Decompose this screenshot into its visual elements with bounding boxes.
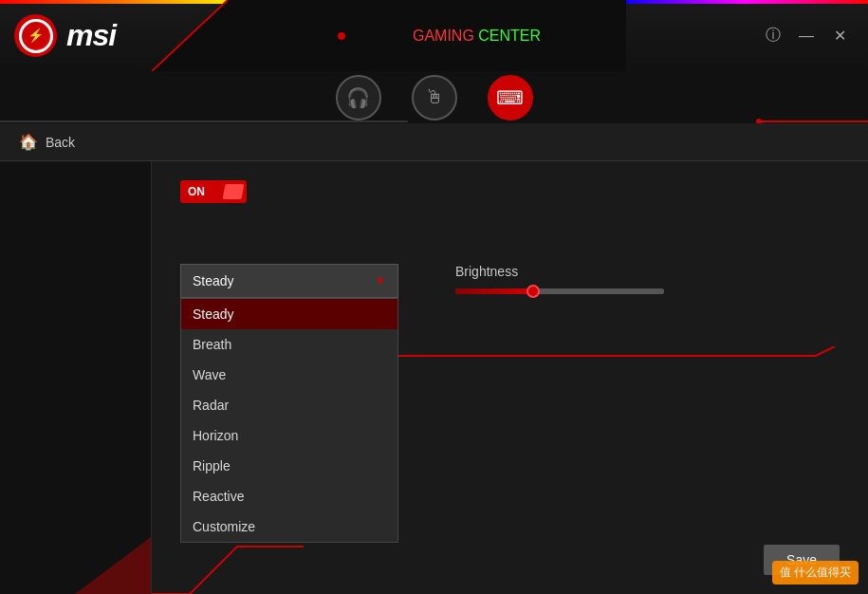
title-center: CENTER — [478, 28, 541, 44]
home-icon: 🏠 — [19, 133, 38, 151]
toggle-container: ON — [180, 180, 840, 207]
mouse-icon: 🖱 — [425, 86, 444, 108]
effect-dropdown[interactable]: Steady ▼ — [180, 264, 398, 298]
keyboard-tab-circle: ⌨ — [488, 75, 533, 121]
svg-point-4 — [338, 32, 345, 40]
dropdown-item-customize[interactable]: Customize — [181, 511, 397, 542]
brightness-container: Brightness — [455, 264, 664, 294]
watermark: 值 什么值得买 — [772, 561, 859, 585]
svg-point-0 — [21, 21, 49, 49]
header-controls: ⓘ — ✕ — [764, 27, 868, 46]
brightness-label: Brightness — [455, 264, 664, 279]
brightness-fill — [455, 288, 531, 294]
sidebar — [0, 161, 152, 594]
dropdown-item-reactive[interactable]: Reactive — [181, 481, 397, 511]
main-content: ON Steady ▼ Steady — [0, 161, 868, 594]
nav-tab-mouse[interactable]: 🖱 — [397, 71, 472, 123]
keyboard-icon: ⌨ — [496, 86, 524, 109]
headset-icon: 🎧 — [346, 86, 370, 109]
brightness-thumb[interactable] — [526, 285, 540, 298]
brightness-slider[interactable] — [455, 288, 664, 294]
controls-row: Steady ▼ Steady Breath Wave Radar — [180, 264, 840, 298]
back-button[interactable]: 🏠 Back — [19, 133, 75, 151]
msi-logo-text: msi — [66, 18, 116, 53]
nav-bar: 🎧 🖱 ⌨ — [0, 71, 868, 123]
dropdown-arrow-icon: ▼ — [375, 274, 386, 288]
dropdown-menu: Steady Breath Wave Radar Horizon — [180, 298, 398, 543]
title-area: GAMING CENTER — [190, 28, 764, 45]
back-label: Back — [46, 135, 75, 150]
dropdown-item-ripple[interactable]: Ripple — [181, 451, 397, 481]
svg-point-6 — [756, 119, 762, 123]
dropdown-selected-value: Steady — [193, 273, 234, 288]
nav-tab-keyboard[interactable]: ⌨ — [472, 71, 548, 123]
toggle-label: ON — [188, 185, 205, 198]
minimize-button[interactable]: — — [797, 27, 816, 46]
sidebar-accent — [75, 537, 151, 594]
dropdown-item-breath[interactable]: Breath — [181, 329, 397, 360]
toggle-knob — [223, 184, 245, 199]
headset-tab-circle: 🎧 — [336, 75, 381, 121]
dropdown-item-wave[interactable]: Wave — [181, 360, 397, 390]
dropdown-item-steady[interactable]: Steady — [181, 299, 397, 329]
back-bar: 🏠 Back — [0, 123, 868, 161]
close-button[interactable]: ✕ — [830, 27, 849, 46]
mouse-tab-circle: 🖱 — [412, 75, 457, 121]
msi-dragon-logo: ⚡ — [14, 14, 57, 57]
power-toggle[interactable]: ON — [180, 180, 247, 203]
dropdown-item-radar[interactable]: Radar — [181, 390, 397, 420]
svg-text:⚡: ⚡ — [28, 28, 45, 44]
dropdown-item-horizon[interactable]: Horizon — [181, 420, 397, 451]
info-button[interactable]: ⓘ — [764, 27, 783, 46]
svg-marker-2 — [152, 0, 626, 71]
header: ⚡ msi GAMING CENTER ⓘ — ✕ — [0, 0, 868, 71]
dropdown-container: Steady ▼ Steady Breath Wave Radar — [180, 264, 398, 298]
title-gaming: GAMING — [413, 28, 474, 44]
brightness-remaining — [531, 288, 664, 294]
nav-tab-headset[interactable]: 🎧 — [321, 71, 397, 123]
content-area: ON Steady ▼ Steady — [152, 161, 868, 594]
